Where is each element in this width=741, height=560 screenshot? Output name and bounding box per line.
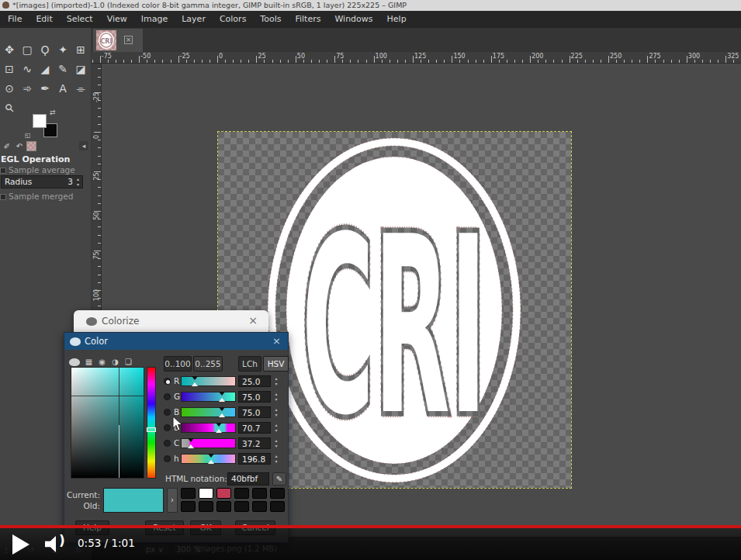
- default-colors-icon[interactable]: ◱: [25, 132, 31, 139]
- slider-marker[interactable]: [219, 407, 225, 411]
- hue-strip[interactable]: [147, 367, 156, 479]
- channel-slider-L[interactable]: [181, 423, 236, 433]
- channel-radio-C[interactable]: [164, 440, 171, 447]
- channel-radio-G[interactable]: [164, 393, 171, 400]
- slider-marker[interactable]: [188, 444, 194, 448]
- sample-average-checkbox[interactable]: [0, 168, 6, 174]
- foreground-color-swatch[interactable]: [33, 114, 47, 128]
- transform-tool[interactable]: ⊡: [2, 61, 17, 77]
- gimp-selector-icon[interactable]: [69, 358, 80, 366]
- channel-slider-h[interactable]: [181, 454, 236, 464]
- palette-swatch[interactable]: [234, 501, 249, 512]
- channel-spin-L[interactable]: ▴▾: [272, 422, 280, 434]
- menu-help[interactable]: Help: [380, 11, 414, 28]
- image-thumbnail-icon[interactable]: [26, 141, 36, 151]
- radius-spinner[interactable]: Radius 3 ▴▾: [1, 175, 83, 188]
- channel-spin-h[interactable]: ▴▾: [272, 453, 280, 465]
- color-dialog-titlebar[interactable]: Color ×: [64, 333, 288, 350]
- volume-icon[interactable]: [45, 536, 61, 552]
- fuzzy-select-tool[interactable]: ✦: [55, 42, 71, 57]
- palette-swatch[interactable]: [199, 501, 213, 512]
- channel-spin-C[interactable]: ▴▾: [272, 437, 280, 449]
- palette-swatch[interactable]: [181, 488, 196, 499]
- channel-spin-B[interactable]: ▴▾: [272, 406, 280, 418]
- menu-tools[interactable]: Tools: [253, 11, 288, 28]
- watercolor-selector-icon[interactable]: ◑: [109, 357, 121, 367]
- slider-marker[interactable]: [208, 460, 214, 464]
- range-0-255-button[interactable]: 0..255: [193, 356, 223, 372]
- palette-expand-button[interactable]: ›: [167, 488, 178, 513]
- text-tool[interactable]: A: [55, 81, 71, 96]
- palette-swatch[interactable]: [216, 488, 231, 499]
- palette-swatch[interactable]: [252, 488, 267, 499]
- eraser-tool[interactable]: ◪: [73, 61, 88, 77]
- palette-swatch[interactable]: [270, 488, 285, 499]
- menu-layer[interactable]: Layer: [175, 11, 213, 28]
- color-picker-tool[interactable]: ⌯: [73, 81, 88, 96]
- play-button[interactable]: [12, 534, 29, 555]
- brush-icon[interactable]: ✐: [2, 141, 12, 151]
- paintbrush-tool[interactable]: ✎: [55, 61, 71, 77]
- slider-marker[interactable]: [219, 413, 225, 417]
- menu-windows[interactable]: Windows: [327, 11, 379, 28]
- palette-swatch[interactable]: [181, 501, 196, 512]
- channel-value-L[interactable]: 70.7: [238, 422, 271, 434]
- slider-marker[interactable]: [216, 423, 222, 427]
- ink-tool[interactable]: ✒: [37, 81, 53, 96]
- colorize-close-icon[interactable]: ×: [248, 314, 258, 327]
- sample-merged-checkbox[interactable]: [0, 194, 6, 200]
- image-tab-thumbnail[interactable]: CRI: [96, 30, 116, 50]
- channel-value-G[interactable]: 75.0: [238, 391, 271, 403]
- collapse-panel-button[interactable]: ◂: [79, 141, 88, 150]
- clone-tool[interactable]: ⊙: [2, 81, 17, 96]
- warp-transform-tool[interactable]: ∿: [19, 61, 35, 77]
- channel-slider-G[interactable]: [181, 392, 236, 402]
- channel-value-h[interactable]: 196.8: [238, 453, 271, 465]
- channel-radio-L[interactable]: [164, 424, 171, 431]
- scales-selector-icon[interactable]: ❏: [123, 357, 134, 367]
- copy-hex-icon[interactable]: ✎: [272, 472, 286, 486]
- hue-marker[interactable]: [147, 427, 156, 432]
- free-select-tool[interactable]: Ϙ: [37, 42, 53, 57]
- channel-slider-B[interactable]: [181, 407, 236, 417]
- channel-value-R[interactable]: 25.0: [238, 375, 271, 387]
- palette-selector-icon[interactable]: ▦: [83, 357, 95, 367]
- menu-filters[interactable]: Filters: [288, 11, 327, 28]
- hsv-button[interactable]: HSV: [263, 356, 289, 372]
- palette-swatch[interactable]: [234, 488, 249, 499]
- tab-close-icon[interactable]: ×: [124, 36, 133, 44]
- channel-value-B[interactable]: 75.0: [238, 406, 271, 418]
- lch-button[interactable]: LCh: [238, 356, 261, 372]
- zoom-tool[interactable]: ⚲: [0, 97, 20, 119]
- palette-swatch[interactable]: [199, 488, 213, 499]
- menu-edit[interactable]: Edit: [29, 11, 59, 28]
- channel-radio-h[interactable]: [164, 455, 171, 462]
- slider-marker[interactable]: [219, 392, 225, 396]
- image-tab[interactable]: CRI ×: [93, 29, 143, 52]
- wheel-selector-icon[interactable]: ◉: [96, 357, 108, 367]
- menu-image[interactable]: Image: [134, 11, 175, 28]
- palette-swatch[interactable]: [270, 501, 285, 512]
- menu-select[interactable]: Select: [60, 11, 100, 28]
- palette-swatch[interactable]: [216, 501, 231, 512]
- horizontal-ruler[interactable]: -75-50-250255075100125150175200225250275…: [92, 52, 741, 64]
- bucket-fill-tool[interactable]: ◢: [37, 61, 53, 77]
- sample-merged-row[interactable]: Sample merged: [0, 192, 73, 201]
- channel-value-C[interactable]: 37.2: [238, 437, 271, 449]
- slider-marker[interactable]: [216, 429, 222, 433]
- channel-spin-R[interactable]: ▴▾: [272, 375, 280, 387]
- sample-average-row[interactable]: Sample average: [0, 165, 75, 175]
- menu-file[interactable]: File: [1, 11, 29, 28]
- channel-slider-R[interactable]: [181, 376, 236, 386]
- smudge-tool[interactable]: ➾: [19, 81, 35, 96]
- slider-marker[interactable]: [192, 376, 198, 380]
- menu-view[interactable]: View: [100, 11, 134, 28]
- undo-history-icon[interactable]: ↶: [14, 141, 25, 151]
- crop-tool[interactable]: ⊞: [73, 42, 88, 57]
- slider-marker[interactable]: [188, 438, 194, 442]
- move-tool[interactable]: ✥: [2, 42, 17, 57]
- range-0-100-button[interactable]: 0..100: [164, 356, 192, 372]
- palette-swatch[interactable]: [252, 501, 267, 512]
- menu-colors[interactable]: Colors: [213, 11, 253, 28]
- swap-colors-icon[interactable]: ⇄: [50, 109, 56, 116]
